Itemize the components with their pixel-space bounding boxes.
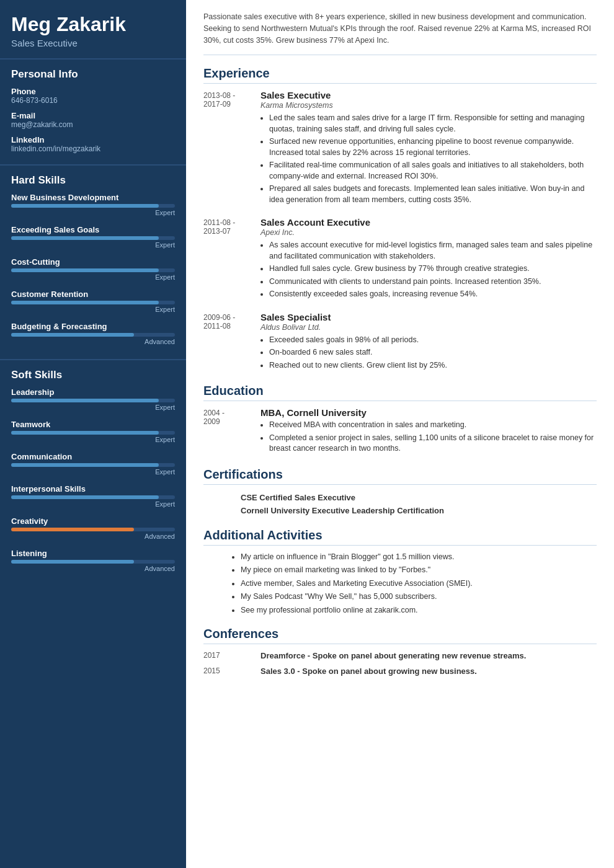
- activity-item: My article on influence in "Brain Blogge…: [241, 552, 597, 563]
- skill-bar-bg: [11, 495, 175, 499]
- soft-skill-item: Listening Advanced: [11, 549, 175, 572]
- skill-level: Expert: [11, 468, 175, 476]
- phone-value: 646-873-6016: [11, 96, 175, 105]
- skill-level: Expert: [11, 209, 175, 216]
- exp-company: Aldus Bolivar Ltd.: [260, 323, 597, 332]
- hard-skill-item: Customer Retention Expert: [11, 290, 175, 313]
- hard-skill-item: Budgeting & Forecasting Advanced: [11, 322, 175, 345]
- soft-skill-item: Communication Expert: [11, 452, 175, 476]
- skill-level: Expert: [11, 273, 175, 281]
- certifications-list: CSE Certified Sales ExecutiveCornell Uni…: [203, 491, 597, 517]
- conf-desc: Sales 3.0 - Spoke on panel about growing…: [260, 666, 597, 677]
- education-entry: 2004 -2009 MBA, Cornell University Recei…: [203, 407, 597, 456]
- soft-skill-item: Leadership Expert: [11, 388, 175, 411]
- conference-entry: 2017 Dreamforce - Spoke on panel about g…: [203, 650, 597, 662]
- hard-skill-item: Exceeding Sales Goals Expert: [11, 225, 175, 249]
- skill-bar-bg: [11, 528, 175, 531]
- skill-name: Exceeding Sales Goals: [11, 225, 175, 234]
- activities-title: Additional Activities: [203, 528, 597, 546]
- exp-bullets: As sales account executive for mid-level…: [260, 240, 597, 300]
- activity-item: Active member, Sales and Marketing Execu…: [241, 578, 597, 590]
- activities-list: My article on influence in "Brain Blogge…: [203, 552, 597, 616]
- exp-dates: 2011-08 -2013-07: [203, 217, 251, 302]
- exp-bullet: Communicated with clients to understand …: [269, 277, 597, 288]
- skill-name: Interpersonal Skills: [11, 484, 175, 494]
- exp-bullet: Handled full sales cycle. Grew business …: [269, 264, 597, 275]
- experience-entry: 2011-08 -2013-07 Sales Account Executive…: [203, 217, 597, 302]
- main-content: Passionate sales executive with 8+ years…: [186, 0, 614, 868]
- exp-dates: 2013-08 -2017-09: [203, 90, 251, 207]
- certifications-section: Certifications CSE Certified Sales Execu…: [203, 467, 597, 517]
- skill-name: Budgeting & Forecasting: [11, 322, 175, 331]
- exp-content: Sales Executive Karma Microsystems Led t…: [260, 90, 597, 207]
- certification-entry: Cornell University Executive Leadership …: [203, 504, 597, 517]
- experience-list: 2013-08 -2017-09 Sales Executive Karma M…: [203, 90, 597, 373]
- experience-entry: 2009-06 -2011-08 Sales Specialist Aldus …: [203, 312, 597, 373]
- activity-item: My Sales Podcast "Why We Sell," has 5,00…: [241, 591, 597, 603]
- skill-bar-bg: [11, 204, 175, 208]
- exp-bullets: Led the sales team and sales drive for a…: [260, 113, 597, 205]
- linkedin-label: LinkedIn: [11, 135, 175, 144]
- conferences-section: Conferences 2017 Dreamforce - Spoke on p…: [203, 627, 597, 677]
- exp-bullet: Facilitated real-time communication of a…: [269, 160, 597, 182]
- skill-bar-fill: [11, 236, 159, 240]
- exp-company: Karma Microsystems: [260, 101, 597, 110]
- hard-skills-title: Hard Skills: [11, 174, 175, 187]
- skill-level: Advanced: [11, 338, 175, 345]
- exp-bullet: Led the sales team and sales drive for a…: [269, 113, 597, 135]
- soft-skills-list: Leadership Expert Teamwork Expert Commun…: [11, 388, 175, 572]
- hard-skill-item: Cost-Cutting Expert: [11, 257, 175, 281]
- skill-name: Creativity: [11, 516, 175, 526]
- skill-bar-fill: [11, 560, 134, 564]
- experience-title: Experience: [203, 66, 597, 84]
- skill-bar-fill: [11, 528, 134, 531]
- candidate-title: Sales Executive: [11, 38, 175, 48]
- skill-bar-bg: [11, 560, 175, 564]
- skill-level: Expert: [11, 306, 175, 313]
- edu-dates: 2004 -2009: [203, 407, 251, 456]
- skill-name: Communication: [11, 452, 175, 461]
- activity-item: My piece on email marketing was linked t…: [241, 565, 597, 576]
- edu-title: MBA, Cornell University: [260, 407, 597, 418]
- exp-content: Sales Specialist Aldus Bolivar Ltd. Exce…: [260, 312, 597, 373]
- skill-level: Advanced: [11, 533, 175, 540]
- skill-bar-fill: [11, 301, 159, 304]
- skill-bar-bg: [11, 301, 175, 304]
- activities-section: Additional Activities My article on infl…: [203, 528, 597, 616]
- skill-bar-bg: [11, 399, 175, 402]
- exp-bullet: On-boarded 6 new sales staff.: [269, 347, 597, 358]
- soft-skill-item: Interpersonal Skills Expert: [11, 484, 175, 508]
- skill-level: Expert: [11, 500, 175, 508]
- certifications-title: Certifications: [203, 467, 597, 485]
- exp-bullets: Exceeded sales goals in 98% of all perio…: [260, 335, 597, 371]
- summary-text: Passionate sales executive with 8+ years…: [203, 11, 597, 55]
- sidebar: Meg Zakarik Sales Executive Personal Inf…: [0, 0, 186, 868]
- hard-skills-section: Hard Skills New Business Development Exp…: [0, 164, 186, 359]
- soft-skill-item: Teamwork Expert: [11, 420, 175, 443]
- personal-info-title: Personal Info: [11, 68, 175, 81]
- skill-name: Cost-Cutting: [11, 257, 175, 267]
- exp-title: Sales Executive: [260, 90, 597, 100]
- candidate-name: Meg Zakarik: [11, 14, 175, 35]
- exp-bullet: Surfaced new revenue opportunities, enha…: [269, 136, 597, 158]
- skill-name: Customer Retention: [11, 290, 175, 299]
- conf-desc: Dreamforce - Spoke on panel about genera…: [260, 650, 597, 662]
- experience-entry: 2013-08 -2017-09 Sales Executive Karma M…: [203, 90, 597, 207]
- soft-skills-section: Soft Skills Leadership Expert Teamwork E…: [0, 359, 186, 586]
- exp-bullet: Reached out to new clients. Grew client …: [269, 360, 597, 371]
- exp-dates: 2009-06 -2011-08: [203, 312, 251, 373]
- exp-title: Sales Account Executive: [260, 217, 597, 228]
- skill-level: Expert: [11, 241, 175, 249]
- skill-bar-bg: [11, 463, 175, 467]
- edu-bullet: Received MBA with concentration in sales…: [269, 420, 597, 431]
- skill-name: New Business Development: [11, 193, 175, 202]
- soft-skills-title: Soft Skills: [11, 369, 175, 381]
- resume-page: Meg Zakarik Sales Executive Personal Inf…: [0, 0, 614, 868]
- skill-level: Expert: [11, 404, 175, 411]
- hard-skill-item: New Business Development Expert: [11, 193, 175, 216]
- exp-company: Apexi Inc.: [260, 228, 597, 237]
- phone-item: Phone 646-873-6016: [11, 87, 175, 105]
- skill-bar-fill: [11, 268, 159, 272]
- exp-title: Sales Specialist: [260, 312, 597, 322]
- skill-bar-fill: [11, 399, 159, 402]
